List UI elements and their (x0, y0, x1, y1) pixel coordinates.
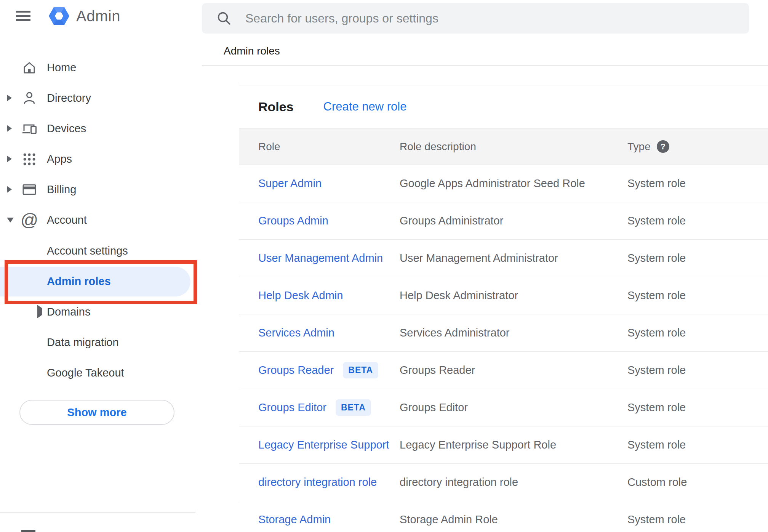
sidebar-item-apps[interactable]: Apps (0, 144, 202, 174)
table-row: User Management Admin User Management Ad… (239, 240, 768, 277)
column-header-description: Role description (400, 128, 476, 165)
expand-arrow-icon[interactable] (7, 95, 14, 101)
show-more-button[interactable]: Show more (19, 400, 174, 425)
role-link[interactable]: Storage Admin (258, 513, 331, 526)
clipped-icon (21, 530, 35, 532)
account-subnav: Account settings Admin roles Domains Dat… (0, 236, 202, 388)
menu-bar (16, 11, 30, 13)
expand-arrow-icon[interactable] (7, 125, 14, 132)
role-cell: Super Admin (258, 165, 322, 202)
sidebar: Admin Home (0, 0, 202, 532)
menu-icon[interactable] (16, 11, 30, 21)
google-admin-console: Admin Home (0, 0, 768, 532)
sidebar-item-devices[interactable]: Devices (0, 113, 202, 144)
create-new-role-link[interactable]: Create new role (323, 100, 407, 114)
role-type: System role (627, 202, 686, 239)
table-row: Help Desk Admin Help Desk Administrator … (239, 277, 768, 314)
role-link[interactable]: Help Desk Admin (258, 289, 343, 302)
roles-table-body: Super Admin Google Apps Administrator Se… (239, 165, 768, 532)
role-type: System role (627, 277, 686, 314)
role-cell: Groups Reader BETA (258, 352, 378, 389)
role-link[interactable]: directory integration role (258, 476, 377, 489)
role-description: Google Apps Administrator Seed Role (400, 165, 585, 202)
help-icon[interactable]: ? (657, 140, 669, 153)
devices-icon (21, 120, 38, 137)
role-cell: User Management Admin (258, 240, 383, 277)
logo-text: Admin (76, 8, 120, 25)
at-sign-icon: @ (21, 212, 38, 228)
beta-badge: BETA (343, 362, 378, 378)
role-link[interactable]: Groups Reader (258, 364, 334, 377)
role-cell: Storage Admin (258, 501, 331, 532)
expand-arrow-icon[interactable] (7, 186, 14, 193)
sidebar-item-billing[interactable]: Billing (0, 174, 202, 205)
sidebar-item-label: Domains (47, 306, 90, 318)
sidebar-item-account-settings[interactable]: Account settings (0, 236, 202, 266)
sidebar-nav: Home Directory (0, 52, 202, 235)
role-link[interactable]: User Management Admin (258, 252, 383, 264)
sidebar-item-account[interactable]: @ Account (0, 205, 202, 235)
column-header-type: Type ? (627, 128, 669, 165)
home-icon (21, 59, 38, 76)
sidebar-item-label: Apps (47, 153, 72, 165)
breadcrumb: Admin roles (224, 45, 280, 57)
role-type: System role (627, 314, 686, 351)
role-cell: Legacy Enterprise Support (258, 426, 389, 463)
table-header-row: Role Role description Type ? (239, 128, 768, 165)
role-description: Services Administrator (400, 314, 510, 351)
collapse-arrow-icon[interactable] (7, 218, 14, 223)
sidebar-item-label: Billing (47, 183, 76, 196)
billing-card-icon (21, 181, 38, 198)
sidebar-item-label: Admin roles (47, 275, 111, 288)
table-row: Services Admin Services Administrator Sy… (239, 314, 768, 352)
expand-arrow-icon[interactable] (37, 308, 42, 315)
table-row: Super Admin Google Apps Administrator Se… (239, 165, 768, 202)
role-cell: directory integration role (258, 464, 377, 501)
sidebar-item-home[interactable]: Home (0, 52, 202, 83)
role-type: Custom role (627, 464, 687, 501)
role-description: directory integration role (400, 464, 518, 501)
role-description: Groups Editor (400, 389, 468, 426)
beta-badge: BETA (336, 399, 371, 416)
admin-hexagon-icon (48, 6, 70, 26)
search-bar[interactable] (202, 3, 749, 34)
sidebar-item-admin-roles[interactable]: Admin roles (0, 266, 202, 296)
search-icon (216, 10, 232, 27)
sidebar-item-directory[interactable]: Directory (0, 83, 202, 113)
sidebar-item-data-migration[interactable]: Data migration (0, 327, 202, 357)
admin-logo[interactable]: Admin (48, 6, 120, 26)
role-description: Groups Reader (400, 352, 475, 389)
column-header-type-label: Type (627, 141, 651, 153)
table-row: Groups Editor BETA Groups Editor System … (239, 389, 768, 426)
sidebar-item-google-takeout[interactable]: Google Takeout (0, 357, 202, 388)
panel-title: Roles (258, 99, 294, 114)
roles-panel-header: Roles Create new role (239, 85, 768, 128)
person-icon (21, 90, 38, 106)
sidebar-item-label: Home (47, 61, 76, 74)
role-cell: Groups Admin (258, 202, 328, 239)
sidebar-item-label: Account (47, 214, 87, 226)
sidebar-item-label: Directory (47, 92, 91, 104)
role-description: Storage Admin Role (400, 501, 498, 532)
table-row: Groups Reader BETA Groups Reader System … (239, 352, 768, 389)
sidebar-item-domains[interactable]: Domains (0, 296, 202, 327)
sidebar-item-label: Google Takeout (47, 367, 124, 379)
role-description: Groups Administrator (400, 202, 503, 239)
apps-grid-icon (21, 151, 38, 167)
role-cell: Groups Editor BETA (258, 389, 371, 426)
role-link[interactable]: Groups Editor (258, 401, 326, 414)
role-type: System role (627, 165, 686, 202)
role-link[interactable]: Services Admin (258, 327, 334, 339)
column-header-role: Role (258, 128, 280, 165)
role-link[interactable]: Super Admin (258, 177, 322, 190)
table-row: Legacy Enterprise Support Legacy Enterpr… (239, 426, 768, 464)
role-type: System role (627, 389, 686, 426)
menu-bar (16, 15, 30, 17)
roles-panel: Roles Create new role Role Role descript… (239, 85, 768, 532)
sidebar-item-label: Account settings (47, 245, 128, 257)
role-type: System role (627, 501, 686, 532)
search-input[interactable] (245, 11, 749, 26)
role-link[interactable]: Legacy Enterprise Support (258, 439, 389, 451)
role-link[interactable]: Groups Admin (258, 215, 328, 227)
expand-arrow-icon[interactable] (7, 155, 14, 162)
